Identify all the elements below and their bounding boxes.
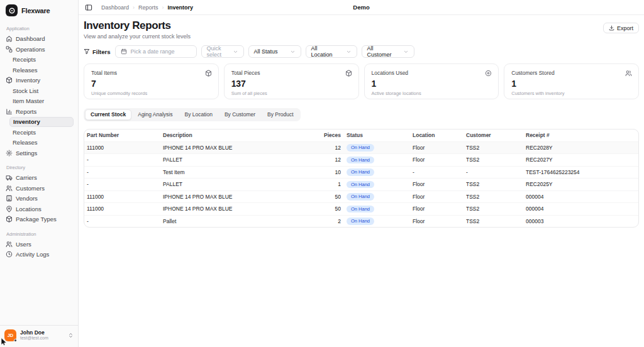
stat-value: 7: [91, 79, 211, 89]
download-icon: [609, 25, 614, 31]
sidebar-item-locations[interactable]: Locations: [4, 204, 74, 214]
column-header: Part Number: [84, 132, 160, 138]
table-row[interactable]: 111000IPHONE 14 PRO MAX BLUE50On HandFlo…: [84, 202, 638, 215]
stat-value: 1: [372, 79, 492, 89]
sidebar-item-label: Carriers: [16, 174, 37, 181]
sidebar-item-customers[interactable]: Customers: [4, 184, 74, 194]
cell-description: Pallet: [160, 218, 314, 224]
cell-description: PALLET: [160, 157, 314, 163]
stat-card-total-items: Total Items7Unique commodity records: [84, 63, 219, 99]
select-value: All Status: [254, 48, 278, 55]
status-badge: On Hand: [347, 144, 374, 151]
table-row[interactable]: 111000IPHONE 14 PRO MAX BLUE12On HandFlo…: [84, 141, 638, 154]
sidebar-item-stock-list[interactable]: Stock List: [9, 86, 74, 96]
sidebar-item-reports[interactable]: Reports: [4, 107, 74, 117]
package-icon: [6, 77, 13, 84]
sidebar-item-label: Dashboard: [16, 35, 45, 42]
sidebar-item-label: Operations: [16, 46, 45, 53]
table-row[interactable]: -Test Item10On Hand--TEST-1764625223254: [84, 166, 638, 179]
breadcrumb-reports[interactable]: Reports: [138, 4, 158, 11]
stat-label: Total Items: [91, 70, 211, 76]
inventory-table: Part NumberDescriptionPiecesStatusLocati…: [84, 129, 639, 228]
brand: Flexware: [0, 0, 78, 19]
sidebar-item-operations[interactable]: Operations: [4, 45, 74, 55]
sidebar-item-reports-inventory[interactable]: Inventory: [9, 117, 74, 127]
chevron-down-icon: [346, 49, 352, 55]
sidebar-item-activity-logs[interactable]: Activity Logs: [4, 250, 74, 260]
sidebar-item-operations-releases[interactable]: Releases: [9, 65, 74, 75]
sidebar-item-reports-receipts[interactable]: Receipts: [9, 128, 74, 138]
sidebar-item-label: Receipts: [13, 129, 36, 136]
cell-pieces: 2: [314, 218, 341, 224]
cell-pieces: 50: [314, 194, 341, 200]
sidebar-item-reports-releases[interactable]: Releases: [9, 138, 74, 148]
cell-receipt: 000003: [526, 218, 638, 224]
status-badge: On Hand: [347, 218, 374, 225]
quick-select-select[interactable]: Quick select: [201, 45, 244, 58]
sidebar-item-label: Package Types: [16, 216, 57, 223]
sidebar-item-users[interactable]: Users: [4, 240, 74, 250]
cell-customer: TSS2: [466, 194, 526, 200]
customer-select[interactable]: All Customer: [362, 45, 414, 58]
select-value: Quick select: [207, 45, 226, 58]
cell-part: -: [84, 218, 160, 224]
cell-pieces: 10: [314, 169, 341, 175]
user-menu[interactable]: JD John Doe test@test.com: [0, 325, 78, 347]
brand-name: Flexware: [21, 7, 50, 14]
tab-current-stock[interactable]: Current Stock: [85, 109, 131, 120]
status-badge: On Hand: [347, 181, 374, 189]
cell-pieces: 12: [314, 157, 341, 163]
sidebar-item-label: Activity Logs: [16, 251, 49, 258]
sidebar-item-inventory[interactable]: Inventory: [4, 75, 74, 85]
chevron-down-icon: [233, 49, 238, 55]
date-range-input[interactable]: Pick a date range: [115, 45, 197, 58]
table-row[interactable]: 111000IPHONE 14 PRO MAX BLUE50On HandFlo…: [84, 190, 638, 203]
chart-icon: [6, 108, 13, 115]
sidebar-nav: ApplicationDashboardOperationsReceiptsRe…: [0, 19, 78, 325]
sidebar: Flexware ApplicationDashboardOperationsR…: [0, 0, 79, 347]
gear-icon: [6, 150, 13, 157]
clock-icon: [6, 251, 13, 258]
cell-location: -: [413, 169, 466, 175]
sidebar-toggle-icon[interactable]: [85, 4, 92, 11]
export-button[interactable]: Export: [603, 23, 639, 33]
cell-customer: TSS2: [466, 145, 526, 151]
stat-caption: Sum of all pieces: [231, 91, 352, 96]
select-value: All Location: [311, 45, 340, 58]
sidebar-item-dashboard[interactable]: Dashboard: [4, 34, 74, 44]
target-icon: [485, 70, 492, 77]
cell-location: Floor: [413, 206, 466, 212]
cell-part: 111000: [84, 145, 160, 151]
stat-value: 137: [231, 79, 352, 89]
column-header: Pieces: [314, 132, 341, 138]
main-area: Dashboard›Reports›Inventory Demo Invento…: [79, 0, 644, 347]
table-row[interactable]: -Pallet2On HandFloorTSS2000003: [84, 215, 638, 228]
flexware-logo-icon: [8, 7, 16, 14]
breadcrumb-dashboard[interactable]: Dashboard: [101, 4, 129, 11]
tab-by-product[interactable]: By Product: [262, 109, 299, 120]
sidebar-item-carriers[interactable]: Carriers: [4, 173, 74, 183]
tab-by-location[interactable]: By Location: [179, 109, 218, 120]
status-select[interactable]: All Status: [248, 45, 301, 58]
sidebar-item-label: Inventory: [16, 77, 40, 84]
table-header-row: Part NumberDescriptionPiecesStatusLocati…: [84, 129, 638, 141]
tab-by-customer[interactable]: By Customer: [219, 109, 261, 120]
sidebar-item-package-types[interactable]: Package Types: [4, 214, 74, 224]
location-select[interactable]: All Location: [306, 45, 357, 58]
sidebar-item-label: Locations: [16, 206, 42, 212]
sidebar-item-label: Releases: [13, 139, 38, 146]
table-row[interactable]: -PALLET1On HandFloorTSS2REC2025Y: [84, 178, 638, 190]
cell-customer: TSS2: [466, 218, 526, 224]
tab-aging-analysis[interactable]: Aging Analysis: [132, 109, 178, 120]
sidebar-item-item-master[interactable]: Item Master: [9, 96, 74, 106]
mouse-cursor: [1, 338, 9, 347]
breadcrumb: Dashboard›Reports›Inventory: [101, 4, 193, 11]
sidebar-item-settings[interactable]: Settings: [4, 148, 74, 158]
sidebar-item-operations-receipts[interactable]: Receipts: [9, 55, 74, 65]
sidebar-item-vendors[interactable]: Vendors: [4, 194, 74, 204]
topbar: Dashboard›Reports›Inventory Demo: [79, 0, 644, 15]
column-header: Description: [160, 132, 314, 138]
table-row[interactable]: -PALLET12On HandFloorTSS2REC2027Y: [84, 153, 638, 166]
chevron-down-icon: [403, 49, 409, 55]
sidebar-item-label: Customers: [16, 185, 45, 192]
